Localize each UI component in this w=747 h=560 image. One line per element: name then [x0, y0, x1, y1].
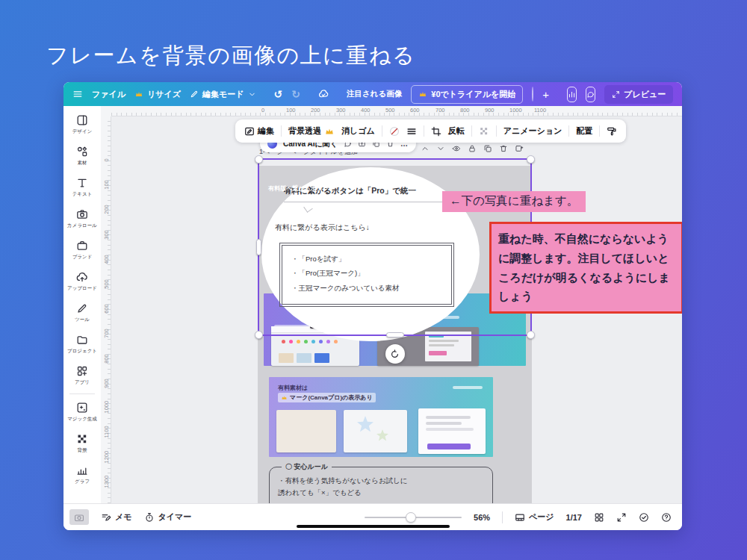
edit-image-icon — [244, 126, 255, 137]
cloud-save-button[interactable] — [318, 89, 329, 99]
sidebar-item-label: ブランド — [72, 254, 93, 261]
insights-button[interactable] — [567, 87, 577, 102]
edit-mode-button[interactable]: 編集モード — [190, 89, 256, 100]
resize-button[interactable]: リサイズ — [134, 89, 181, 100]
sidebar-item-label: マジック生成 — [67, 416, 97, 423]
transparency-button[interactable] — [479, 126, 489, 137]
zoom-slider[interactable] — [365, 512, 462, 523]
grid-view-button[interactable] — [594, 512, 604, 523]
rotate-handle[interactable] — [385, 344, 405, 364]
sidebar-item-design[interactable]: デザイン — [65, 109, 99, 140]
camera-icon — [76, 208, 88, 220]
ruler-label: 1200 — [103, 453, 110, 464]
sidebar-item-uploads[interactable]: アップロード — [65, 266, 99, 297]
sidebar-item-charts[interactable]: グラフ — [65, 459, 99, 491]
sidebar-item-background[interactable]: 背景 — [65, 428, 99, 459]
add-member-button[interactable]: + — [542, 88, 549, 101]
page-thumbnail[interactable] — [69, 509, 89, 525]
comments-button[interactable] — [586, 87, 595, 102]
ruler-label: 1100 — [103, 428, 110, 438]
ruler-label: 200 — [311, 107, 320, 113]
preview-button[interactable]: プレビュー — [604, 85, 673, 104]
toolbar-divider — [424, 125, 424, 137]
text-icon — [76, 177, 88, 189]
animate-button[interactable]: アニメーション — [503, 125, 562, 137]
sidebar-item-text[interactable]: テキスト — [65, 172, 99, 203]
slide-title: フレームを背景の画像の上に重ねる — [46, 41, 415, 71]
contextual-toolbar: 編集 背景透過 消しゴム — [235, 119, 626, 143]
user-avatar[interactable] — [532, 87, 533, 102]
delete-page-icon[interactable] — [499, 144, 508, 153]
duplicate-page-icon[interactable] — [483, 144, 492, 153]
sidebar-item-label: ツール — [75, 317, 90, 323]
ruler-label: 200 — [103, 205, 110, 215]
crown-icon — [281, 394, 288, 401]
undo-button[interactable]: ↺ — [274, 89, 283, 99]
resize-handle-bottom-right[interactable] — [527, 331, 535, 339]
ipad-home-indicator — [297, 525, 450, 529]
edit-image-button[interactable]: 編集 — [244, 125, 274, 137]
trial-button[interactable]: ¥0でトライアルを開始 — [411, 85, 523, 104]
sidebar-item-label: プロジェクト — [67, 348, 97, 355]
canvas-workspace: 0 100 200 300 400 500 600 700 800 900 10… — [101, 106, 682, 503]
add-page-icon[interactable] — [515, 144, 524, 153]
resize-handle-bottom[interactable] — [386, 332, 404, 337]
ruler-label: 300 — [336, 107, 346, 113]
sidebar-item-apps[interactable]: アプリ — [65, 360, 99, 391]
move-page-down-icon[interactable] — [436, 144, 445, 153]
flip-button[interactable]: 反転 — [448, 125, 465, 137]
bg-remover-button[interactable]: 背景透過 — [288, 125, 335, 137]
lock-page-icon[interactable] — [468, 144, 477, 153]
grid-icon — [594, 512, 604, 523]
resize-handle-bottom-left[interactable] — [255, 331, 263, 339]
sidebar-item-projects[interactable]: プロジェクト — [65, 329, 99, 360]
crop-icon — [431, 126, 441, 137]
apps-grid-icon — [76, 365, 88, 377]
rotate-icon — [390, 349, 400, 359]
eraser-label: 消しゴム — [341, 125, 375, 137]
undo-icon: ↺ — [274, 89, 283, 99]
pages-view-button[interactable]: ページ — [515, 511, 554, 523]
adjust-lines-button[interactable] — [406, 126, 417, 137]
design-title[interactable]: 注目される画像 — [347, 89, 402, 99]
sidebar-item-label: カメラロール — [67, 223, 97, 229]
pages-icon — [515, 512, 525, 523]
toolbar-divider — [496, 125, 497, 137]
fullscreen-button[interactable] — [616, 512, 627, 523]
paint-roller-icon — [607, 126, 617, 137]
crop-button[interactable] — [431, 126, 441, 137]
main-menu-button[interactable] — [72, 89, 83, 99]
copy-style-button[interactable] — [607, 126, 617, 137]
toolbar-divider — [568, 125, 569, 137]
editor-topbar: ファイル リサイズ 編集モード ↺ ↻ 注目される画像 ¥0でトライアル — [63, 82, 682, 106]
sidebar-item-magic-media[interactable]: マジック生成 — [65, 396, 99, 428]
hide-page-icon[interactable] — [452, 144, 461, 153]
sidebar-item-camera-roll[interactable]: カメラロール — [65, 203, 99, 234]
saved-status-button[interactable] — [639, 512, 649, 523]
resize-handle-top-right[interactable] — [527, 155, 535, 164]
draw-color-button[interactable] — [389, 126, 400, 137]
position-button[interactable]: 配置 — [576, 125, 592, 137]
sidebar-item-elements[interactable]: 素材 — [65, 140, 99, 172]
bottombar-divider — [502, 511, 503, 523]
design-page[interactable]: 有料版へ繋がるボタン 有料素材は マーク(Canvaプロ)の表示あり — [258, 166, 532, 503]
position-label: 配置 — [576, 125, 592, 137]
sidebar-item-tools[interactable]: ツール — [65, 297, 99, 329]
zoom-slider-thumb[interactable] — [406, 512, 416, 523]
magic-generate-icon — [76, 402, 88, 414]
help-button[interactable] — [661, 512, 672, 523]
speech-notch — [303, 203, 313, 213]
eraser-button[interactable]: 消しゴム — [341, 125, 375, 137]
ruler-label: 1000 — [103, 403, 110, 414]
timer-button[interactable]: タイマー — [144, 511, 192, 523]
resize-handle-left[interactable] — [256, 239, 261, 255]
bg-section1-title: 有料版へ繋がるボタン — [268, 184, 329, 193]
sidebar-item-brand[interactable]: ブランド — [65, 234, 99, 266]
toolbar-divider — [281, 125, 282, 137]
notes-icon — [101, 512, 111, 523]
move-page-up-icon[interactable] — [421, 144, 430, 153]
file-menu-button[interactable]: ファイル — [92, 89, 125, 100]
sidebar-item-label: グラフ — [75, 479, 90, 485]
redo-button[interactable]: ↻ — [291, 89, 300, 99]
notes-button[interactable]: メモ — [101, 511, 132, 523]
